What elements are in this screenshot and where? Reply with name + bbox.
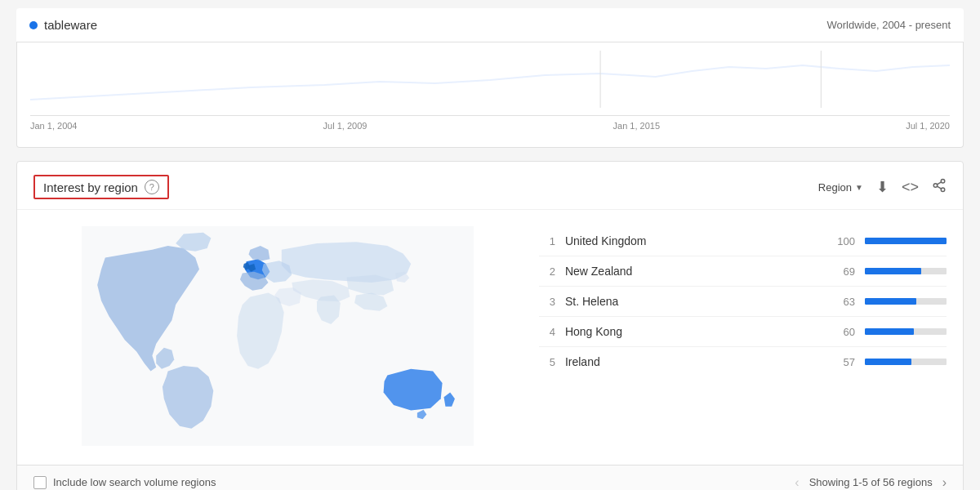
search-range: Worldwide, 2004 - present xyxy=(826,19,951,31)
region-controls: Region ▼ ⬇ <> xyxy=(818,178,947,197)
bar-container xyxy=(865,238,947,244)
next-page-button[interactable]: › xyxy=(942,475,947,490)
region-footer: Include low search volume regions ‹ Show… xyxy=(17,465,963,490)
region-dropdown-label: Region xyxy=(818,181,852,194)
bar-fill xyxy=(865,238,947,244)
rank-name: Ireland xyxy=(565,355,819,368)
rank-name: United Kingdom xyxy=(565,234,819,247)
rank-name: Hong Kong xyxy=(565,325,819,338)
rank-row-4[interactable]: 4 Hong Kong 60 xyxy=(539,317,947,347)
blue-dot xyxy=(29,21,38,29)
rank-num: 1 xyxy=(539,235,555,247)
timeline-dates: Jan 1, 2004 Jul 1, 2009 Jan 1, 2015 Jul … xyxy=(30,116,950,131)
svg-line-6 xyxy=(937,181,941,184)
rank-num: 4 xyxy=(539,326,555,338)
checkbox-label: Include low search volume regions xyxy=(53,476,216,488)
pagination-area: ‹ Showing 1-5 of 56 regions › xyxy=(795,475,947,490)
timeline-card: Jan 1, 2004 Jul 1, 2009 Jan 1, 2015 Jul … xyxy=(16,42,964,148)
timeline-date-1: Jan 1, 2004 xyxy=(30,121,78,131)
pagination-text: Showing 1-5 of 56 regions xyxy=(809,476,933,488)
map-area xyxy=(33,226,523,448)
search-term-left: tableware xyxy=(29,18,97,32)
region-body: 1 United Kingdom 100 2 New Zealand 69 3 … xyxy=(17,210,963,465)
chevron-down-icon: ▼ xyxy=(855,183,863,192)
bar-fill xyxy=(865,359,911,365)
region-dropdown[interactable]: Region ▼ xyxy=(818,181,863,194)
rank-num: 5 xyxy=(539,356,555,368)
region-card: Interest by region ? Region ▼ ⬇ <> xyxy=(16,161,964,490)
embed-icon[interactable]: <> xyxy=(902,179,919,196)
rank-name: New Zealand xyxy=(565,265,819,278)
share-icon[interactable] xyxy=(932,178,947,197)
rankings-area: 1 United Kingdom 100 2 New Zealand 69 3 … xyxy=(539,226,947,448)
world-map xyxy=(82,226,474,446)
download-icon[interactable]: ⬇ xyxy=(876,178,889,196)
search-term-label: tableware xyxy=(44,18,97,32)
region-title-box: Interest by region ? xyxy=(33,175,169,199)
region-title-text: Interest by region xyxy=(43,180,138,194)
region-title-area: Interest by region ? xyxy=(33,175,169,199)
search-term-row: tableware Worldwide, 2004 - present xyxy=(16,8,964,42)
checkbox-area[interactable]: Include low search volume regions xyxy=(33,476,216,489)
rank-value: 57 xyxy=(829,356,855,368)
bar-fill xyxy=(865,268,921,274)
rank-row-3[interactable]: 3 St. Helena 63 xyxy=(539,287,947,317)
prev-page-button[interactable]: ‹ xyxy=(795,475,799,490)
region-header: Interest by region ? Region ▼ ⬇ <> xyxy=(17,162,963,210)
timeline-chart xyxy=(30,51,950,108)
rank-row-1[interactable]: 1 United Kingdom 100 xyxy=(539,226,947,256)
rank-num: 3 xyxy=(539,296,555,308)
svg-line-5 xyxy=(937,186,941,189)
rank-row-2[interactable]: 2 New Zealand 69 xyxy=(539,256,947,287)
rank-name: St. Helena xyxy=(565,295,819,308)
rank-value: 63 xyxy=(829,296,855,308)
bar-container xyxy=(865,328,947,335)
bar-container xyxy=(865,298,947,305)
timeline-area xyxy=(30,51,950,116)
low-volume-checkbox[interactable] xyxy=(33,476,47,489)
rank-row-5[interactable]: 5 Ireland 57 xyxy=(539,347,947,376)
timeline-date-3: Jan 1, 2015 xyxy=(613,121,661,131)
rank-value: 69 xyxy=(829,265,855,278)
rank-num: 2 xyxy=(539,265,555,278)
page-wrapper: tableware Worldwide, 2004 - present Jan … xyxy=(0,0,980,490)
timeline-date-4: Jul 1, 2020 xyxy=(906,121,950,131)
question-icon[interactable]: ? xyxy=(145,180,159,194)
bar-fill xyxy=(865,328,914,335)
rank-value: 60 xyxy=(829,326,855,338)
rank-value: 100 xyxy=(829,235,855,247)
bar-container xyxy=(865,268,947,274)
bar-container xyxy=(865,359,947,365)
map-svg-container xyxy=(82,226,474,448)
bar-fill xyxy=(865,298,916,305)
timeline-date-2: Jul 1, 2009 xyxy=(323,121,368,131)
